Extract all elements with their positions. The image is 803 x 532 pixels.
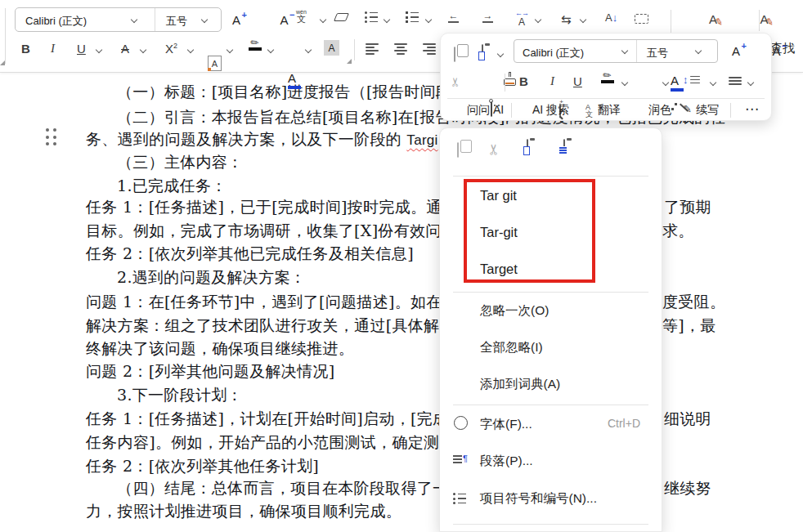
polish-button[interactable]: 润色 [648,103,671,118]
group-separator [5,8,6,64]
dialog-launcher-icon[interactable] [0,60,5,65]
align-right-button[interactable] [423,43,436,55]
doc-line: （三）主体内容： [117,153,243,171]
menu-item-bullets-numbering[interactable]: 项目符号和编号(N)... [480,490,597,507]
doc-line-tail: 求。 [662,221,694,239]
font-name-select[interactable]: Calibri (正文) [25,14,87,29]
menu-item-ignore-once[interactable]: 忽略一次(O) [480,302,549,320]
more-options-button[interactable]: ⋯ [745,101,760,118]
menu-item-paragraph[interactable]: 段落(P)... [480,453,533,470]
doc-line: 任务 2：[依次列举其他任务计划] [86,457,319,475]
chevron-down-icon[interactable] [662,79,669,86]
ask-ai-button[interactable]: 问问 AI [467,103,504,118]
chevron-down-icon[interactable] [384,16,390,23]
annotation-red-box [464,179,595,283]
align-left-button[interactable] [366,43,379,55]
paste-keep-text-icon[interactable] [563,139,565,154]
numbered-list-button[interactable] [406,11,419,23]
text-frame-button[interactable] [635,14,648,24]
chevron-down-icon[interactable] [621,79,628,86]
underline-button[interactable]: U [573,75,582,87]
wrap-text-button[interactable]: ⇆ [561,13,572,25]
copy-icon[interactable] [457,142,459,158]
bold-button[interactable]: B [21,42,30,55]
character-border-button[interactable]: A [208,56,222,71]
chevron-down-icon[interactable] [305,47,312,53]
decrease-indent-button[interactable]: ← [448,11,459,23]
group-separator [354,39,355,60]
chevron-down-icon[interactable] [580,16,586,23]
doc-line: 终解决了该问题，确保项目继续推进。 [86,339,354,357]
superscript-button[interactable]: X2 [165,42,177,55]
doc-line: 任务内容]。例如，开始产品的小范围测试，确定测 [86,433,439,451]
ai-search-button[interactable]: AI 搜索 [532,103,569,118]
character-shading-button[interactable]: A [324,40,339,56]
doc-line: （四）结尾：总体而言，项目在本阶段取得了一定 [117,479,464,497]
doc-line-tail: 细说明 [664,409,711,427]
chevron-down-icon[interactable] [267,47,274,53]
decrease-font-size-button[interactable]: A− [280,14,288,26]
translate-button[interactable]: 翻译 [598,103,621,118]
group-separator [759,10,760,31]
font-size-select[interactable]: 五号 [166,14,187,29]
italic-button[interactable]: I [550,75,554,87]
italic-button[interactable]: I [51,42,55,55]
chevron-down-icon[interactable] [201,16,208,23]
cut-icon[interactable]: ✂ [448,77,463,87]
paragraph-drag-handle[interactable] [46,128,56,145]
increase-font-size-button[interactable]: A+ [232,14,240,26]
chevron-down-icon[interactable] [747,79,754,86]
chevron-down-icon[interactable] [140,47,146,53]
align-center-button[interactable] [394,43,407,55]
font-name-select[interactable]: Calibri (正文) [523,46,584,60]
phonetic-guide-button[interactable]: wén文 [296,9,307,24]
doc-line: 2.遇到的问题及解决方案： [117,268,306,286]
increase-font-size-button[interactable]: A+ [732,45,740,57]
adjust-width-button[interactable]: ←→A [515,10,528,27]
sort-button[interactable]: A↓ [605,12,617,23]
bullets-numbering-icon [453,493,466,504]
doc-line: 任务 1：[任务描述]，已于[完成时间]按时完成。通 [86,198,442,216]
underline-button[interactable]: U [77,42,86,55]
bold-button[interactable]: B [519,75,528,87]
chevron-down-icon[interactable] [96,47,102,53]
text-effects-a-button[interactable]: A✎ [760,12,768,26]
doc-line: 任务 2：[依次列举其他已完成任务及相关信息] [86,244,414,262]
chevron-down-icon[interactable] [187,47,194,53]
copy-icon[interactable] [454,47,455,62]
doc-line: 目标。例如，完成了市场调研，收集了[X]份有效问 [86,221,442,239]
line-spacing-button[interactable]: ↕ [683,74,700,86]
cut-icon[interactable]: ✂ [485,143,503,155]
decrease-font-size-button[interactable]: A− [772,45,780,57]
highlight-color-button[interactable]: ✎ [249,39,262,51]
mini-font-controls: Calibri (正文) 五号 [514,39,718,63]
doc-line: 问题 1：在[任务环节]中，遇到了[问题描述]。如在产 [86,293,458,311]
continue-writing-button[interactable]: 续写 [696,103,719,118]
dialog-launcher-icon[interactable] [347,59,352,64]
chevron-down-icon[interactable] [621,47,628,54]
clear-formatting-icon[interactable] [334,13,349,21]
chevron-down-icon[interactable] [710,79,716,86]
paste-icon[interactable] [527,139,528,154]
menu-item-add-to-dictionary[interactable]: 添加到词典(A) [480,376,560,393]
strikethrough-button[interactable]: A [121,42,129,55]
font-size-select[interactable]: 五号 [647,46,668,60]
highlight-color-button[interactable]: ✎ [601,72,614,83]
chevron-down-icon[interactable] [497,51,504,57]
paste-icon[interactable] [482,44,483,60]
chevron-down-icon[interactable] [131,16,137,23]
chevron-down-icon[interactable] [695,47,702,54]
chevron-down-icon[interactable] [425,16,432,23]
text-tool-a-button[interactable]: A✎ [709,12,717,26]
font-color-button[interactable]: A [288,72,301,89]
bullet-list-button[interactable] [365,11,378,23]
chevron-down-icon[interactable] [535,16,541,23]
borders-button[interactable] [729,77,742,85]
menu-item-ignore-all[interactable]: 全部忽略(I) [480,339,543,356]
chevron-down-icon[interactable] [320,16,326,23]
font-color-button[interactable]: A [671,74,684,92]
doc-line-tail: 了预期 [664,198,711,216]
menu-item-font[interactable]: 字体(F)... [480,416,532,433]
increase-indent-button[interactable]: → [482,11,493,23]
chevron-down-icon[interactable] [227,47,233,53]
